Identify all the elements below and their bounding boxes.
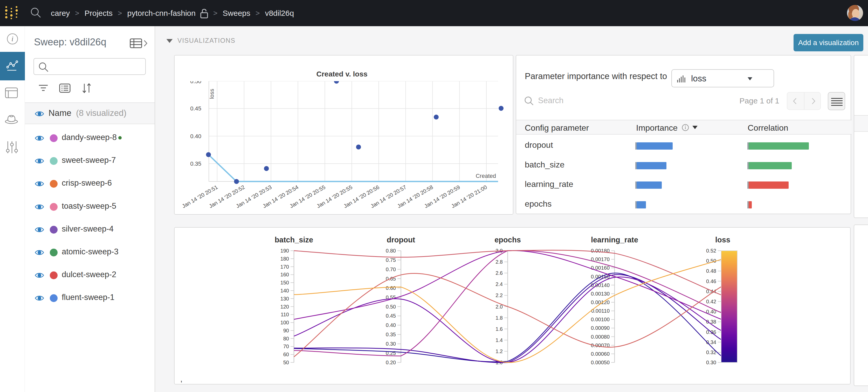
svg-text:150: 150 xyxy=(280,280,289,286)
svg-text:180: 180 xyxy=(280,256,289,262)
svg-text:90: 90 xyxy=(283,328,289,333)
svg-text:60: 60 xyxy=(283,352,289,357)
svg-text:,: , xyxy=(180,374,182,383)
svg-text:0.00080: 0.00080 xyxy=(591,334,610,339)
svg-text:loss: loss xyxy=(209,89,215,99)
svg-text:0.30: 0.30 xyxy=(706,360,716,365)
svg-text:0.50: 0.50 xyxy=(190,78,201,85)
svg-text:1.4: 1.4 xyxy=(495,337,503,343)
svg-text:loss: loss xyxy=(715,236,730,244)
svg-text:160: 160 xyxy=(280,272,289,277)
svg-text:i: i xyxy=(11,35,13,43)
svg-text:2.4: 2.4 xyxy=(495,281,503,287)
svg-text:100: 100 xyxy=(280,320,289,325)
svg-text:0.40: 0.40 xyxy=(190,133,201,139)
svg-text:190: 190 xyxy=(280,248,289,254)
svg-text:70: 70 xyxy=(283,344,289,349)
svg-text:0.35: 0.35 xyxy=(190,161,201,167)
svg-text:0.34: 0.34 xyxy=(706,339,716,345)
svg-text:0.45: 0.45 xyxy=(190,105,201,112)
svg-text:0.52: 0.52 xyxy=(706,248,716,254)
svg-text:0.50: 0.50 xyxy=(706,258,716,264)
svg-text:2.2: 2.2 xyxy=(495,292,503,298)
svg-text:0.35: 0.35 xyxy=(386,332,396,337)
svg-text:batch_size: batch_size xyxy=(275,236,313,244)
svg-text:0.75: 0.75 xyxy=(386,257,396,263)
svg-text:2.6: 2.6 xyxy=(495,270,503,276)
svg-text:1.6: 1.6 xyxy=(495,326,503,332)
svg-text:epochs: epochs xyxy=(494,236,521,244)
svg-text:0.00130: 0.00130 xyxy=(591,291,610,297)
svg-text:0.50: 0.50 xyxy=(386,304,396,309)
svg-text:0.00060: 0.00060 xyxy=(591,351,610,357)
svg-text:110: 110 xyxy=(281,312,289,317)
svg-text:Created: Created xyxy=(476,173,496,179)
svg-text:0.00050: 0.00050 xyxy=(591,360,610,365)
svg-text:0.20: 0.20 xyxy=(386,360,396,365)
svg-text:120: 120 xyxy=(280,304,289,309)
svg-text:0.48: 0.48 xyxy=(706,268,716,274)
svg-text:0.45: 0.45 xyxy=(386,313,396,319)
svg-text:0.80: 0.80 xyxy=(386,248,396,254)
svg-text:1.8: 1.8 xyxy=(495,315,503,321)
svg-text:170: 170 xyxy=(280,264,289,270)
svg-text:0.60: 0.60 xyxy=(386,285,396,291)
svg-text:learning_rate: learning_rate xyxy=(591,236,638,244)
svg-text:1.2: 1.2 xyxy=(495,349,503,354)
svg-text:0.40: 0.40 xyxy=(386,322,396,328)
svg-text:0.00160: 0.00160 xyxy=(591,265,610,271)
svg-text:0.00090: 0.00090 xyxy=(591,325,610,331)
svg-text:Created v. loss: Created v. loss xyxy=(316,70,367,78)
svg-text:50: 50 xyxy=(283,360,289,365)
svg-text:0.30: 0.30 xyxy=(386,341,396,347)
svg-text:140: 140 xyxy=(280,288,289,293)
svg-text:0.46: 0.46 xyxy=(706,279,716,284)
svg-text:dropout: dropout xyxy=(387,236,415,244)
svg-text:0.00100: 0.00100 xyxy=(591,317,610,322)
svg-text:80: 80 xyxy=(283,336,289,341)
svg-text:2.8: 2.8 xyxy=(495,259,503,265)
svg-text:130: 130 xyxy=(280,296,289,301)
svg-text:0.42: 0.42 xyxy=(706,299,716,304)
svg-text:0.70: 0.70 xyxy=(386,266,396,272)
